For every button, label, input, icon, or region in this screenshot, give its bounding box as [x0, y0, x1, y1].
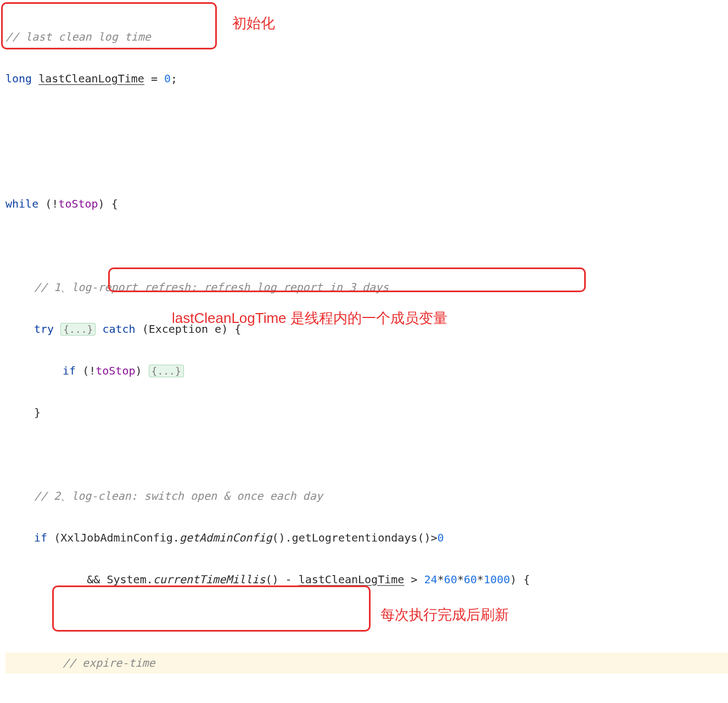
- annotation-text-init: 初始化: [232, 10, 275, 37]
- keyword-if: if: [63, 364, 76, 377]
- op: *: [477, 573, 484, 586]
- keyword-catch: catch: [96, 322, 135, 336]
- comment-line: // expire-time: [63, 656, 155, 669]
- comment-line: // 1、log-report refresh: refresh log rep…: [34, 281, 389, 294]
- brace: ) {: [510, 573, 530, 586]
- keyword-while: while: [5, 197, 38, 210]
- literal-zero: 0: [438, 531, 444, 544]
- gt-op: >: [404, 573, 424, 586]
- and-op: && System.: [34, 573, 153, 586]
- expr: ().getLogretentiondays()>: [272, 531, 438, 544]
- literal: 1000: [484, 573, 510, 586]
- method-currentTimeMillis: currentTimeMillis: [153, 573, 266, 586]
- comment-line: // last clean log time: [5, 30, 151, 43]
- expr: () -: [265, 573, 298, 586]
- var-lastCleanLogTime: lastCleanLogTime: [299, 573, 405, 586]
- op: *: [457, 573, 464, 586]
- keyword-if: if: [34, 531, 47, 544]
- method-getAdminConfig: getAdminConfig: [180, 531, 272, 544]
- literal: 60: [444, 573, 457, 586]
- assign: =: [144, 72, 164, 85]
- literal: 60: [464, 573, 477, 586]
- expr: (XxlJobAdminConfig.: [47, 531, 180, 544]
- code-fold-icon[interactable]: {...}: [60, 323, 96, 336]
- annotation-text-member: lastCleanLogTime 是线程内的一个成员变量: [172, 305, 447, 332]
- literal: 24: [424, 573, 437, 586]
- literal-zero: 0: [164, 72, 171, 85]
- comment-line: // 2、log-clean: switch open & once each …: [34, 489, 323, 503]
- var-lastCleanLogTime: lastCleanLogTime: [38, 72, 144, 85]
- brace-close: }: [34, 406, 41, 419]
- op: *: [438, 573, 444, 586]
- code-block: // last clean log time long lastCleanLog…: [0, 0, 728, 703]
- paren: (!: [38, 197, 58, 210]
- keyword-try: try: [34, 322, 54, 336]
- annotation-text-refresh: 每次执行完成后刷新: [380, 601, 509, 628]
- paren: (!: [76, 364, 96, 377]
- keyword-long: long: [5, 72, 38, 85]
- paren: ): [135, 364, 148, 377]
- field-toStop: toStop: [58, 197, 98, 210]
- field-toStop: toStop: [96, 364, 135, 377]
- space: [54, 322, 60, 336]
- brace: ) {: [98, 197, 118, 210]
- code-fold-icon[interactable]: {...}: [149, 365, 184, 377]
- semicolon: ;: [171, 72, 177, 85]
